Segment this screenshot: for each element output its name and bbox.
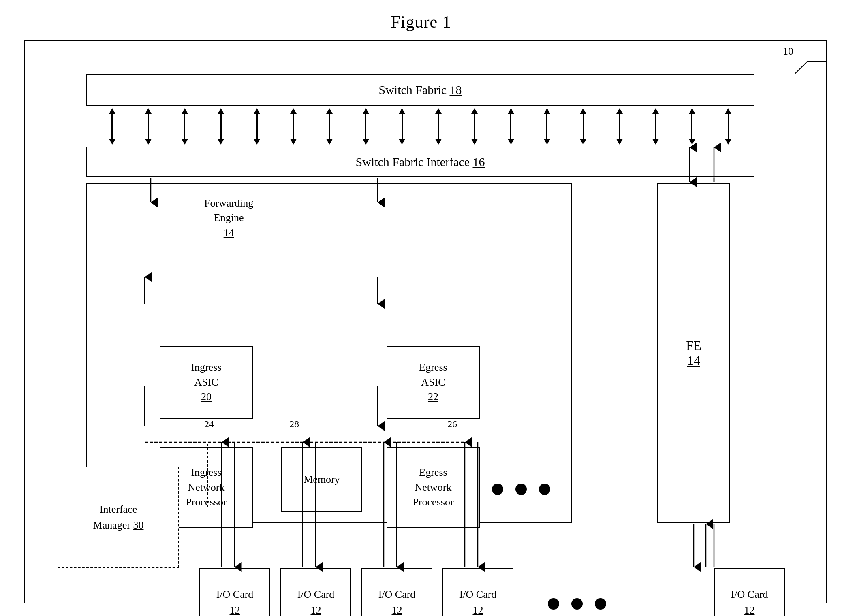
ref-28-label: 28 — [289, 419, 299, 430]
memory-box: Memory — [281, 447, 362, 512]
egress-asic-box: Egress ASIC 22 — [387, 346, 480, 419]
memory-label: Memory — [303, 473, 340, 486]
bi-arrow — [109, 108, 115, 145]
bi-arrow — [580, 108, 586, 145]
io-card-4: I/O Card 12 — [442, 568, 513, 616]
bi-arrow — [218, 108, 224, 145]
bi-arrow — [725, 108, 731, 145]
bi-arrow — [326, 108, 333, 145]
fe-right-label: FE 14 — [686, 338, 701, 368]
bi-arrow — [254, 108, 260, 145]
io-card-2-label: I/O Card — [297, 588, 335, 600]
io-card-1: I/O Card 12 — [199, 568, 270, 616]
fe-right-panel: FE 14 — [657, 183, 730, 523]
bi-arrow — [435, 108, 442, 145]
io-card-2-ref: 12 — [310, 604, 321, 616]
bi-arrow — [689, 108, 695, 145]
dots-group-io — [548, 598, 606, 610]
switch-fabric-interface-box: Switch Fabric Interface 16 — [86, 147, 754, 177]
ref-24-label: 24 — [204, 419, 214, 430]
dots-group-fe — [492, 484, 550, 495]
sfi-label: Switch Fabric Interface — [355, 155, 470, 169]
bi-arrow — [290, 108, 297, 145]
egress-np-box: Egress Network Processor — [387, 447, 480, 528]
io-card-3-label: I/O Card — [378, 588, 416, 600]
fe-right-text: FE — [686, 338, 701, 353]
io-card-4-label: I/O Card — [459, 588, 497, 600]
ingress-asic-label: Ingress ASIC — [191, 361, 221, 388]
dot — [548, 598, 559, 610]
im-ref: 30 — [133, 519, 143, 531]
ingress-asic-ref: 20 — [201, 391, 212, 403]
fe-label: Forwarding Engine 14 — [204, 196, 253, 240]
io-card-1-label: I/O Card — [216, 588, 254, 600]
io-card-3: I/O Card 12 — [361, 568, 432, 616]
egress-asic-ref: 22 — [428, 391, 438, 403]
dot — [515, 484, 527, 495]
egress-asic-label: Egress ASIC — [419, 361, 447, 388]
ingress-asic-box: Ingress ASIC 20 — [160, 346, 253, 419]
bi-arrow — [182, 108, 188, 145]
sfi-ref: 16 — [473, 155, 485, 169]
fe-right-ref: 14 — [687, 353, 700, 368]
ingress-np-label: Ingress Network Processor — [186, 467, 227, 508]
dot — [595, 598, 606, 610]
interface-manager-box: Interface Manager 30 — [58, 467, 179, 568]
bi-arrow — [544, 108, 550, 145]
egress-np-label: Egress Network Processor — [412, 467, 453, 508]
io-card-1-ref: 12 — [229, 604, 240, 616]
bi-arrow — [363, 108, 369, 145]
dot — [492, 484, 503, 495]
switch-fabric-label: Switch Fabric — [379, 83, 447, 97]
bi-arrow — [145, 108, 152, 145]
io-card-5-ref: 12 — [744, 604, 754, 616]
fe-ref: 14 — [224, 227, 234, 239]
io-card-4-ref: 12 — [472, 604, 483, 616]
page-title: Figure 1 — [0, 0, 842, 32]
io-card-3-ref: 12 — [391, 604, 402, 616]
bi-arrow — [399, 108, 405, 145]
bi-arrow — [652, 108, 659, 145]
fe-text-label: Forwarding Engine — [204, 197, 253, 224]
io-card-5: I/O Card 12 — [714, 568, 785, 616]
bi-arrow — [508, 108, 514, 145]
bi-arrow — [471, 108, 478, 145]
dot — [571, 598, 583, 610]
io-card-5-label: I/O Card — [731, 588, 768, 600]
bi-arrow — [616, 108, 623, 145]
io-card-2: I/O Card 12 — [280, 568, 351, 616]
diagram-container: 10 Switch Fabric 18 Switch Fabric Interf… — [24, 40, 827, 603]
im-label: Interface Manager — [93, 503, 137, 531]
ref-26-label: 26 — [447, 419, 457, 430]
switch-fabric-box: Switch Fabric 18 — [86, 74, 754, 106]
switch-fabric-ref: 18 — [449, 83, 462, 97]
dot — [539, 484, 550, 495]
arrows-row — [86, 107, 754, 145]
ref-10-label: 10 — [783, 45, 793, 58]
